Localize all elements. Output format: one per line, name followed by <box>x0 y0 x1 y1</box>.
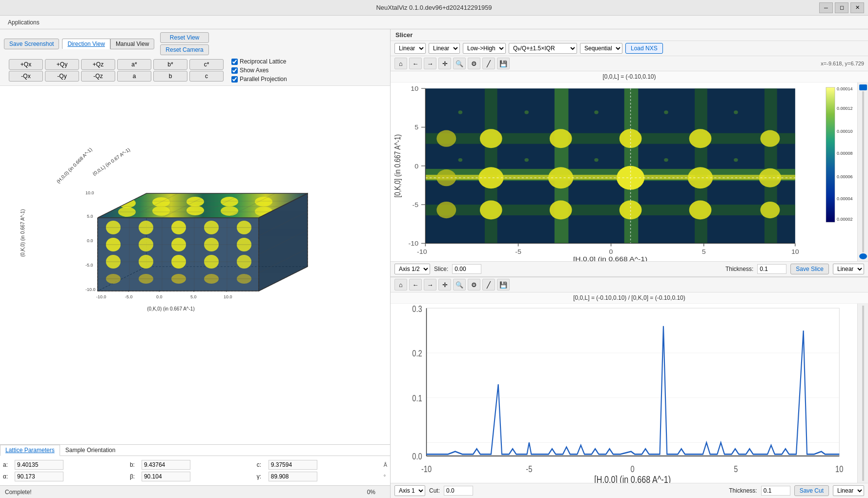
slice-value-input[interactable] <box>452 264 481 274</box>
param-b-group: b: <box>130 460 255 470</box>
zoom-btn-lower[interactable]: 🔍 <box>453 279 466 290</box>
axis-select-lower[interactable]: Axis 1Axis 2 <box>394 485 425 496</box>
btn-plus-qz[interactable]: +Qz <box>81 59 115 70</box>
checkbox-axes-input[interactable] <box>231 67 238 74</box>
save-screenshot-button[interactable]: Save Screenshot <box>4 39 59 49</box>
checkbox-show-axes[interactable]: Show Axes <box>231 67 287 74</box>
thickness-value-upper[interactable] <box>757 264 786 274</box>
load-nxs-button[interactable]: Load NXS <box>625 43 663 54</box>
3d-viewport[interactable]: (H,0,0) (in 0.668 A^-1) (0,K,0) (in 0.66… <box>0 86 390 444</box>
svg-rect-97 <box>765 88 777 243</box>
svg-text:0.0: 0.0 <box>156 294 163 299</box>
back-btn-lower[interactable]: ← <box>409 279 422 290</box>
linear-select-lower[interactable]: LinearLog <box>833 485 864 496</box>
tab-sample-orientation[interactable]: Sample Orientation <box>60 445 121 456</box>
param-b-input[interactable] <box>142 460 190 470</box>
param-beta-group: β: <box>130 472 255 481</box>
applications-menu[interactable]: Applications <box>4 18 43 27</box>
param-alpha-input[interactable] <box>15 472 63 481</box>
tab-direction-view[interactable]: Direction View <box>62 39 110 49</box>
param-c-input[interactable] <box>269 460 317 470</box>
save-cut-button[interactable]: Save Cut <box>794 485 829 496</box>
svg-point-25 <box>186 197 204 207</box>
btn-a-star[interactable]: a* <box>117 59 151 70</box>
slider-top-handle[interactable] <box>859 84 867 90</box>
configure-btn-upper[interactable]: ⚙ <box>468 58 480 69</box>
param-a-input[interactable] <box>15 460 63 470</box>
btn-b-star[interactable]: b* <box>153 59 187 70</box>
edit-btn-upper[interactable]: ╱ <box>482 58 495 69</box>
svg-text:[H,0,0] (in 0.668 A^-1): [H,0,0] (in 0.668 A^-1) <box>573 255 647 261</box>
svg-point-98 <box>480 129 502 148</box>
home-btn-lower[interactable]: ⌂ <box>394 279 407 290</box>
checkbox-parallel-proj[interactable]: Parallel Projection <box>231 76 287 83</box>
forward-btn-lower[interactable]: → <box>424 279 436 290</box>
checkbox-reciprocal-input[interactable] <box>231 59 238 65</box>
dir-row-positive: +Qx +Qy +Qz a* b* c* <box>9 59 224 70</box>
btn-c-star[interactable]: c* <box>189 59 224 70</box>
lower-toolbar-buttons: ⌂ ← → ✛ 🔍 ⚙ ╱ 💾 <box>394 279 510 290</box>
main-layout: Save Screenshot Direction View Manual Vi… <box>0 29 868 498</box>
configure-btn-lower[interactable]: ⚙ <box>468 279 480 290</box>
lower-plot-title: [0,0,L] = (-0.10,0.10) / [0,K,0] = (-0.1… <box>391 292 868 304</box>
colormap-select[interactable]: SequentialDiverging <box>580 43 622 54</box>
upper-heatmap-container[interactable]: -10 -5 0 5 10 -10 -5 <box>391 83 823 261</box>
edit-btn-lower[interactable]: ╱ <box>482 279 495 290</box>
minimize-button[interactable]: ─ <box>819 2 833 13</box>
svg-text:0: 0 <box>414 163 418 170</box>
svg-point-125 <box>594 158 599 162</box>
colorscale-select-1[interactable]: LinearLog <box>394 43 426 54</box>
svg-text:10: 10 <box>835 464 843 474</box>
vertical-slider-upper[interactable] <box>857 83 868 261</box>
btn-minus-qz[interactable]: -Qz <box>81 71 115 82</box>
btn-plus-qy[interactable]: +Qy <box>45 59 79 70</box>
lattice-tabs: Lattice Parameters Sample Orientation <box>0 445 390 456</box>
svg-point-30 <box>186 206 204 215</box>
axis-select-upper[interactable]: Axis 1/2Axis 1Axis 2 <box>394 264 430 274</box>
reset-camera-button[interactable]: Reset Camera <box>160 44 208 55</box>
svg-point-120 <box>594 110 599 114</box>
btn-c[interactable]: c <box>189 71 224 82</box>
home-btn-upper[interactable]: ⌂ <box>394 58 407 69</box>
thickness-value-lower[interactable] <box>761 486 790 496</box>
param-a-label: a: <box>3 461 13 468</box>
checkboxes-group: Reciprocal Lattice Show Axes Parallel Pr… <box>231 58 287 83</box>
zoom-btn-upper[interactable]: 🔍 <box>453 58 466 69</box>
vertical-slider-lower[interactable] <box>857 304 868 483</box>
slider-bottom-handle[interactable] <box>859 253 867 259</box>
pan-btn-upper[interactable]: ✛ <box>438 58 451 69</box>
param-beta-input[interactable] <box>142 472 190 481</box>
reset-view-button[interactable]: Reset View <box>160 32 208 43</box>
lower-lineplot-container[interactable]: 0.3 0.2 0.1 0.0 -10 -5 0 5 10 <box>391 304 857 483</box>
btn-b[interactable]: b <box>153 71 187 82</box>
btn-plus-qx[interactable]: +Qx <box>9 59 43 70</box>
svg-text:0.00012: 0.00012 <box>837 106 853 111</box>
svg-text:0.2: 0.2 <box>412 349 422 359</box>
back-btn-upper[interactable]: ← <box>409 58 422 69</box>
save-slice-button[interactable]: Save Slice <box>790 264 829 274</box>
param-gamma-input[interactable] <box>269 472 317 481</box>
tab-manual-view[interactable]: Manual View <box>110 39 154 49</box>
checkbox-reciprocal-lattice[interactable]: Reciprocal Lattice <box>231 58 287 65</box>
colorbar-svg-upper: 0.00014 0.00012 0.00010 0.00008 0.00006 … <box>825 86 854 223</box>
cut-value-input[interactable] <box>444 486 473 496</box>
btn-minus-qy[interactable]: -Qy <box>45 71 79 82</box>
iqr-select[interactable]: Q₃/Q+±1.5×IQRCustom <box>509 43 577 54</box>
checkbox-parallel-input[interactable] <box>231 76 238 83</box>
close-button[interactable]: ✕ <box>850 2 864 13</box>
restore-button[interactable]: ◻ <box>835 2 848 13</box>
svg-text:0: 0 <box>609 249 613 255</box>
btn-minus-qx[interactable]: -Qx <box>9 71 43 82</box>
svg-point-115 <box>760 202 780 218</box>
pan-btn-lower[interactable]: ✛ <box>438 279 451 290</box>
range-select[interactable]: Low->HighMin->Max <box>463 43 506 54</box>
save-btn-upper[interactable]: 💾 <box>497 58 510 69</box>
btn-a[interactable]: a <box>117 71 151 82</box>
colorscale-select-2[interactable]: LinearLog <box>429 43 460 54</box>
tab-lattice-params[interactable]: Lattice Parameters <box>0 445 60 456</box>
slicer-header: Slicer <box>391 29 868 41</box>
save-btn-lower[interactable]: 💾 <box>497 279 510 290</box>
linear-select-upper[interactable]: LinearLog <box>833 264 864 274</box>
forward-btn-upper[interactable]: → <box>424 58 436 69</box>
window-controls[interactable]: ─ ◻ ✕ <box>819 2 864 13</box>
